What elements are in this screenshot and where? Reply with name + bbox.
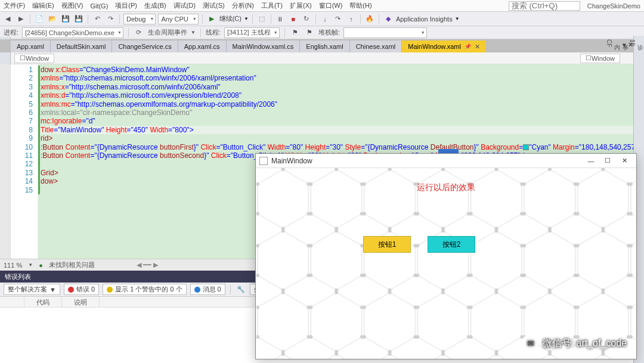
undo-icon[interactable]: ↶: [92, 14, 103, 24]
thread-label: 线程:: [206, 28, 221, 37]
tool-icon[interactable]: ⬚: [256, 14, 267, 24]
document-tab[interactable]: MainWindow.xaml.cs: [227, 41, 301, 52]
col-desc[interactable]: 说明: [62, 297, 100, 307]
document-tab[interactable]: ChangeService.cs: [112, 41, 178, 52]
document-tab[interactable]: DefaultSkin.xaml: [51, 41, 113, 52]
save-all-icon[interactable]: 💾: [73, 14, 84, 24]
continue-play-icon[interactable]: ▶: [206, 14, 217, 24]
process-label: 进程:: [4, 28, 18, 37]
pause-icon[interactable]: ⏸: [275, 14, 286, 24]
wechat-icon: ✉: [524, 336, 538, 350]
menu-item[interactable]: 分析(N): [232, 1, 254, 10]
app-button-2[interactable]: 按钮2: [428, 236, 475, 253]
main-toolbar: ◀ ▶ 📄 📂 💾 💾 ↶ ↷ Debug Any CPU ▶ 继续(C) ▼ …: [0, 12, 644, 26]
step-over-icon[interactable]: ↷: [333, 14, 343, 24]
hot-reload-icon[interactable]: 🔥: [364, 14, 375, 24]
app-button-1[interactable]: 按钮1: [363, 236, 411, 253]
document-tab[interactable]: Chinese.xaml: [350, 41, 402, 52]
messages-filter[interactable]: 消息 0: [190, 284, 225, 295]
lifecycle-icon[interactable]: ⟳: [134, 27, 144, 38]
debug-process-bar: 进程: [24856] ChangeSkinDemo.exe ⟳ 生命周期事件 …: [0, 26, 644, 39]
watermark: ✉ 微信号: art_of_code: [524, 336, 627, 350]
nav-back-icon[interactable]: ◀: [2, 14, 13, 24]
zoom-level[interactable]: 111 %: [4, 262, 22, 269]
open-icon[interactable]: 📂: [47, 14, 58, 24]
step-into-icon[interactable]: ↓: [320, 14, 330, 24]
stack-label: 堆栈帧:: [318, 28, 340, 37]
minimize-icon[interactable]: —: [583, 157, 599, 165]
search-input[interactable]: [509, 1, 580, 11]
menu-item[interactable]: 调试(D): [174, 1, 196, 10]
insights-icon[interactable]: ◆: [383, 14, 394, 24]
context-left[interactable]: ☐ Window: [14, 54, 54, 63]
process-dropdown[interactable]: [24856] ChangeSkinDemo.exe: [22, 27, 123, 38]
menu-item[interactable]: 窗口(W): [319, 1, 343, 10]
app-background: [256, 168, 636, 359]
col-code[interactable]: 代码: [24, 297, 62, 307]
running-app-window: MainWindow — ☐ ✕ 运行以后的效果 按钮1 按钮2: [255, 153, 637, 359]
close-icon[interactable]: ✕: [616, 157, 633, 165]
editor-context-bar: ☐ Window ☐ Window: [0, 52, 644, 64]
redo-icon[interactable]: ↷: [105, 14, 116, 24]
flag-icon[interactable]: ⚑: [290, 27, 301, 38]
menu-item[interactable]: 测试(S): [203, 1, 225, 10]
save-icon[interactable]: 💾: [60, 14, 71, 24]
menu-item[interactable]: 项目(P): [115, 1, 137, 10]
thread-dropdown[interactable]: [34112] 主线程: [224, 27, 280, 38]
menu-item[interactable]: 视图(V): [61, 1, 83, 10]
stop-icon[interactable]: ■: [288, 14, 299, 24]
menu-item[interactable]: 编辑(E): [32, 1, 54, 10]
flag-icon-2[interactable]: ⚑: [304, 27, 315, 38]
menu-item[interactable]: 生成(B): [144, 1, 166, 10]
config-dropdown[interactable]: Debug: [123, 14, 156, 24]
lifecycle-label: 生命周期事件: [148, 28, 187, 37]
solution-title: ChangeSkinDemo: [587, 2, 640, 10]
breakpoint-gutter[interactable]: [0, 64, 11, 259]
scope-dropdown[interactable]: 整个解决方案 ▼: [4, 284, 60, 295]
run-button[interactable]: 继续(C): [219, 14, 242, 23]
step-out-icon[interactable]: ↑: [346, 14, 357, 24]
menu-item[interactable]: 帮助(H): [349, 1, 371, 10]
menu-item[interactable]: 工具(T): [261, 1, 283, 10]
app-title: MainWindow: [271, 157, 583, 165]
menu-item[interactable]: 文件(F): [4, 1, 25, 10]
document-tab-strip: App.xamlDefaultSkin.xamlChangeService.cs…: [0, 39, 644, 52]
app-caption: 运行以后的效果: [256, 182, 636, 193]
nav-fwd-icon[interactable]: ▶: [16, 14, 26, 24]
maximize-icon[interactable]: ☐: [599, 157, 616, 165]
build-icon[interactable]: 🔧: [236, 284, 246, 295]
document-tab[interactable]: App.xaml: [11, 41, 51, 52]
document-tab[interactable]: MainWindow.xaml📌✕: [402, 41, 487, 52]
warnings-filter[interactable]: 显示 1 个警告中的 0 个: [103, 284, 186, 295]
insights-label[interactable]: Application Insights: [396, 15, 453, 23]
errors-filter[interactable]: 错误 0: [64, 284, 99, 295]
svg-rect-8: [256, 168, 636, 359]
restart-icon[interactable]: ↻: [301, 14, 312, 24]
line-number-gutter: 123456789101112131415: [11, 64, 38, 259]
menu-item[interactable]: Git(G): [90, 2, 108, 10]
app-titlebar[interactable]: MainWindow — ☐ ✕: [256, 154, 636, 168]
app-icon: [259, 157, 268, 165]
stack-dropdown[interactable]: [343, 27, 427, 38]
document-tab[interactable]: English.xaml: [300, 41, 349, 52]
new-file-icon[interactable]: 📄: [34, 14, 45, 24]
platform-dropdown[interactable]: Any CPU: [158, 14, 198, 24]
menu-item[interactable]: 扩展(X): [290, 1, 312, 10]
menu-bar: 文件(F)编辑(E)视图(V)Git(G)项目(P)生成(B)调试(D)测试(S…: [0, 0, 644, 12]
issues-ok-icon: ●: [39, 262, 43, 269]
issues-text: 未找到相关问题: [49, 260, 95, 269]
document-tab[interactable]: App.xaml.cs: [178, 41, 227, 52]
